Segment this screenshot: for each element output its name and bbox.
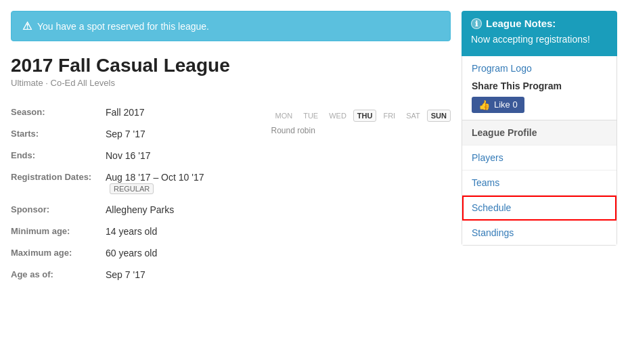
day-pill-tue: TUE <box>299 110 322 122</box>
day-pill-sat: SAT <box>402 110 424 122</box>
day-pill-wed: WED <box>325 110 351 122</box>
alert-icon: ⚠ <box>22 20 32 32</box>
day-pill-mon: MON <box>271 110 297 122</box>
program-logo-link[interactable]: Program Logo <box>472 63 607 74</box>
share-title: Share This Program <box>472 81 607 91</box>
field-label-3: Registration Dates: <box>11 166 106 199</box>
sidebar-nav-item-teams[interactable]: Teams <box>462 170 616 196</box>
fb-thumb-icon: 👍 <box>478 99 490 110</box>
sidebar-notes: ℹ League Notes: Now accepting registrati… <box>462 11 617 56</box>
field-value-3: Aug 18 '17 – Oct 10 '17 REGULAR <box>106 166 244 199</box>
league-title: 2017 Fall Casual League <box>11 55 451 76</box>
sidebar-nav-item-league-profile: League Profile <box>462 120 616 145</box>
field-value-4: Allegheny Parks <box>106 199 244 221</box>
info-table: Season: Fall 2017 Starts: Sep 7 '17 Ends… <box>11 101 244 286</box>
fb-like-button[interactable]: 👍 Like 0 <box>472 97 524 113</box>
alert-message: You have a spot reserved for this league… <box>37 21 209 32</box>
field-label-5: Minimum age: <box>11 221 106 242</box>
field-value-7: Sep 7 '17 <box>106 264 244 286</box>
info-icon: ℹ <box>471 18 482 29</box>
field-value-5: 14 years old <box>106 221 244 242</box>
sidebar-nav: League ProfilePlayersTeamsScheduleStandi… <box>462 120 617 246</box>
regular-badge: REGULAR <box>110 183 154 194</box>
main-content: ⚠ You have a spot reserved for this leag… <box>11 11 451 292</box>
field-label-2: Ends: <box>11 145 106 166</box>
sidebar-nav-item-schedule[interactable]: Schedule <box>462 196 616 221</box>
field-value-6: 60 years old <box>106 242 244 264</box>
alert-banner: ⚠ You have a spot reserved for this leag… <box>11 11 451 41</box>
field-label-6: Maximum age: <box>11 242 106 264</box>
field-value-0: Fall 2017 <box>106 101 244 123</box>
field-label-0: Season: <box>11 101 106 123</box>
schedule-days-section: MONTUEWEDTHUFRISATSUN Round robin <box>271 107 451 135</box>
field-label-1: Starts: <box>11 123 106 145</box>
field-value-2: Nov 16 '17 <box>106 145 244 166</box>
day-pill-thu: THU <box>353 110 377 122</box>
sidebar-nav-item-players[interactable]: Players <box>462 145 616 170</box>
day-pill-fri: FRI <box>379 110 399 122</box>
sidebar-notes-body: Now accepting registrations! <box>471 33 608 47</box>
field-label-7: Age as of: <box>11 264 106 286</box>
sidebar-section: Program Logo Share This Program 👍 Like 0 <box>462 56 617 120</box>
fb-like-label: Like 0 <box>494 99 518 110</box>
field-value-1: Sep 7 '17 <box>106 123 244 145</box>
league-subtitle: Ultimate · Co-Ed All Levels <box>11 78 451 88</box>
days-row: MONTUEWEDTHUFRISATSUN <box>271 110 451 122</box>
sidebar-nav-item-standings[interactable]: Standings <box>462 221 616 245</box>
day-pill-sun: SUN <box>427 110 451 122</box>
page-wrapper: ⚠ You have a spot reserved for this leag… <box>0 0 628 303</box>
sidebar: ℹ League Notes: Now accepting registrati… <box>462 11 617 292</box>
field-label-4: Sponsor: <box>11 199 106 221</box>
sidebar-notes-title: ℹ League Notes: <box>471 18 608 29</box>
round-robin-label: Round robin <box>271 126 451 135</box>
